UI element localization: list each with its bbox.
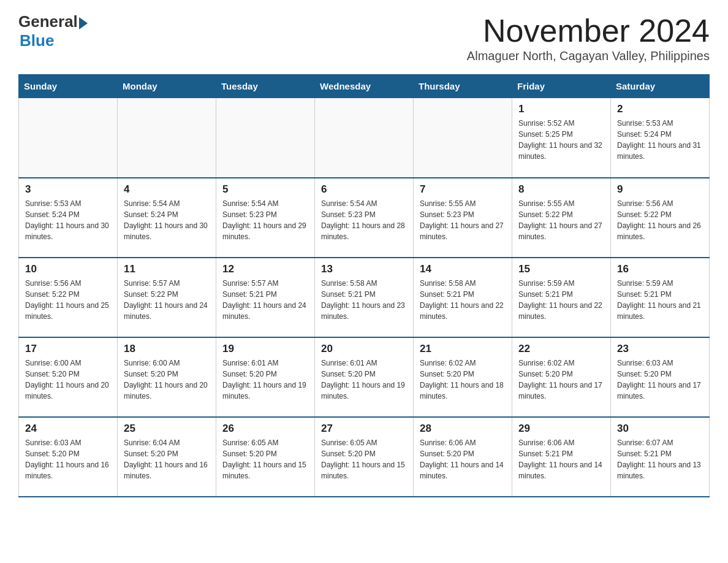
day-info: Sunrise: 6:07 AM Sunset: 5:21 PM Dayligh… — [617, 437, 703, 481]
day-info: Sunrise: 6:00 AM Sunset: 5:20 PM Dayligh… — [25, 358, 111, 402]
calendar-cell: 15Sunrise: 5:59 AM Sunset: 5:21 PM Dayli… — [512, 258, 611, 337]
calendar-cell: 27Sunrise: 6:05 AM Sunset: 5:20 PM Dayli… — [315, 417, 414, 497]
calendar-week-row: 1Sunrise: 5:52 AM Sunset: 5:25 PM Daylig… — [19, 98, 710, 178]
calendar-cell: 5Sunrise: 5:54 AM Sunset: 5:23 PM Daylig… — [216, 178, 315, 258]
calendar-cell: 29Sunrise: 6:06 AM Sunset: 5:21 PM Dayli… — [512, 417, 611, 497]
calendar-cell: 7Sunrise: 5:55 AM Sunset: 5:23 PM Daylig… — [414, 178, 512, 258]
day-number: 17 — [25, 343, 111, 355]
day-info: Sunrise: 6:02 AM Sunset: 5:20 PM Dayligh… — [518, 358, 604, 402]
day-info: Sunrise: 5:55 AM Sunset: 5:23 PM Dayligh… — [420, 198, 506, 242]
day-info: Sunrise: 6:01 AM Sunset: 5:20 PM Dayligh… — [321, 358, 407, 402]
calendar-cell: 14Sunrise: 5:58 AM Sunset: 5:21 PM Dayli… — [414, 258, 512, 337]
location-subtitle: Almaguer North, Cagayan Valley, Philippi… — [467, 49, 710, 63]
title-area: November 2024 Almaguer North, Cagayan Va… — [467, 12, 710, 71]
day-info: Sunrise: 6:04 AM Sunset: 5:20 PM Dayligh… — [124, 437, 210, 481]
calendar-week-row: 24Sunrise: 6:03 AM Sunset: 5:20 PM Dayli… — [19, 417, 710, 497]
day-number: 6 — [321, 183, 407, 196]
calendar-cell: 1Sunrise: 5:52 AM Sunset: 5:25 PM Daylig… — [512, 98, 611, 178]
calendar-cell: 3Sunrise: 5:53 AM Sunset: 5:24 PM Daylig… — [19, 178, 118, 258]
day-number: 11 — [124, 263, 210, 275]
day-number: 4 — [124, 183, 210, 196]
day-number: 12 — [222, 263, 308, 275]
logo: General Blue — [18, 12, 88, 50]
day-number: 16 — [617, 263, 703, 275]
day-number: 2 — [617, 103, 703, 115]
calendar-cell — [216, 98, 315, 178]
page-header: General Blue November 2024 Almaguer Nort… — [18, 12, 710, 71]
column-header-friday: Friday — [512, 75, 611, 98]
day-number: 18 — [124, 343, 210, 355]
day-number: 30 — [617, 423, 703, 435]
calendar-cell: 9Sunrise: 5:56 AM Sunset: 5:22 PM Daylig… — [611, 178, 710, 258]
day-info: Sunrise: 6:06 AM Sunset: 5:21 PM Dayligh… — [518, 437, 604, 481]
month-title: November 2024 — [467, 12, 710, 49]
calendar-cell: 13Sunrise: 5:58 AM Sunset: 5:21 PM Dayli… — [315, 258, 414, 337]
day-info: Sunrise: 5:59 AM Sunset: 5:21 PM Dayligh… — [518, 278, 604, 322]
calendar-cell: 26Sunrise: 6:05 AM Sunset: 5:20 PM Dayli… — [216, 417, 315, 497]
day-number: 9 — [617, 183, 703, 196]
day-info: Sunrise: 5:57 AM Sunset: 5:22 PM Dayligh… — [124, 278, 210, 322]
calendar-cell: 23Sunrise: 6:03 AM Sunset: 5:20 PM Dayli… — [611, 337, 710, 417]
calendar-cell — [414, 98, 512, 178]
calendar-cell: 22Sunrise: 6:02 AM Sunset: 5:20 PM Dayli… — [512, 337, 611, 417]
day-number: 20 — [321, 343, 407, 355]
day-number: 29 — [518, 423, 604, 435]
calendar-week-row: 17Sunrise: 6:00 AM Sunset: 5:20 PM Dayli… — [19, 337, 710, 417]
day-info: Sunrise: 5:58 AM Sunset: 5:21 PM Dayligh… — [420, 278, 506, 322]
calendar-cell: 4Sunrise: 5:54 AM Sunset: 5:24 PM Daylig… — [118, 178, 216, 258]
calendar-table: SundayMondayTuesdayWednesdayThursdayFrid… — [18, 74, 710, 497]
day-number: 21 — [420, 343, 506, 355]
day-number: 5 — [222, 183, 308, 196]
calendar-cell: 12Sunrise: 5:57 AM Sunset: 5:21 PM Dayli… — [216, 258, 315, 337]
calendar-cell: 6Sunrise: 5:54 AM Sunset: 5:23 PM Daylig… — [315, 178, 414, 258]
day-number: 27 — [321, 423, 407, 435]
day-number: 23 — [617, 343, 703, 355]
day-info: Sunrise: 5:55 AM Sunset: 5:22 PM Dayligh… — [518, 198, 604, 242]
day-number: 22 — [518, 343, 604, 355]
calendar-week-row: 3Sunrise: 5:53 AM Sunset: 5:24 PM Daylig… — [19, 178, 710, 258]
calendar-cell: 30Sunrise: 6:07 AM Sunset: 5:21 PM Dayli… — [611, 417, 710, 497]
day-info: Sunrise: 6:05 AM Sunset: 5:20 PM Dayligh… — [222, 437, 308, 481]
day-number: 25 — [124, 423, 210, 435]
calendar-header-row: SundayMondayTuesdayWednesdayThursdayFrid… — [19, 75, 710, 98]
day-info: Sunrise: 5:58 AM Sunset: 5:21 PM Dayligh… — [321, 278, 407, 322]
calendar-cell: 8Sunrise: 5:55 AM Sunset: 5:22 PM Daylig… — [512, 178, 611, 258]
calendar-cell: 24Sunrise: 6:03 AM Sunset: 5:20 PM Dayli… — [19, 417, 118, 497]
day-info: Sunrise: 5:59 AM Sunset: 5:21 PM Dayligh… — [617, 278, 703, 322]
day-info: Sunrise: 5:52 AM Sunset: 5:25 PM Dayligh… — [518, 118, 604, 162]
day-number: 14 — [420, 263, 506, 275]
calendar-cell — [19, 98, 118, 178]
calendar-cell: 18Sunrise: 6:00 AM Sunset: 5:20 PM Dayli… — [118, 337, 216, 417]
day-number: 26 — [222, 423, 308, 435]
day-info: Sunrise: 6:00 AM Sunset: 5:20 PM Dayligh… — [124, 358, 210, 402]
day-number: 15 — [518, 263, 604, 275]
day-number: 1 — [518, 103, 604, 115]
day-info: Sunrise: 6:05 AM Sunset: 5:20 PM Dayligh… — [321, 437, 407, 481]
calendar-cell — [315, 98, 414, 178]
calendar-cell — [118, 98, 216, 178]
logo-triangle-icon — [79, 17, 88, 29]
calendar-cell: 25Sunrise: 6:04 AM Sunset: 5:20 PM Dayli… — [118, 417, 216, 497]
logo-general-text: General — [18, 12, 78, 31]
column-header-tuesday: Tuesday — [216, 75, 315, 98]
day-number: 3 — [25, 183, 111, 196]
column-header-sunday: Sunday — [19, 75, 118, 98]
day-info: Sunrise: 5:57 AM Sunset: 5:21 PM Dayligh… — [222, 278, 308, 322]
day-info: Sunrise: 6:01 AM Sunset: 5:20 PM Dayligh… — [222, 358, 308, 402]
day-number: 10 — [25, 263, 111, 275]
calendar-cell: 19Sunrise: 6:01 AM Sunset: 5:20 PM Dayli… — [216, 337, 315, 417]
calendar-cell: 20Sunrise: 6:01 AM Sunset: 5:20 PM Dayli… — [315, 337, 414, 417]
column-header-monday: Monday — [118, 75, 216, 98]
column-header-thursday: Thursday — [414, 75, 512, 98]
calendar-cell: 28Sunrise: 6:06 AM Sunset: 5:20 PM Dayli… — [414, 417, 512, 497]
day-info: Sunrise: 6:06 AM Sunset: 5:20 PM Dayligh… — [420, 437, 506, 481]
calendar-cell: 11Sunrise: 5:57 AM Sunset: 5:22 PM Dayli… — [118, 258, 216, 337]
day-info: Sunrise: 5:56 AM Sunset: 5:22 PM Dayligh… — [25, 278, 111, 322]
calendar-cell: 2Sunrise: 5:53 AM Sunset: 5:24 PM Daylig… — [611, 98, 710, 178]
day-info: Sunrise: 5:53 AM Sunset: 5:24 PM Dayligh… — [25, 198, 111, 242]
day-number: 24 — [25, 423, 111, 435]
day-info: Sunrise: 5:53 AM Sunset: 5:24 PM Dayligh… — [617, 118, 703, 162]
day-info: Sunrise: 5:54 AM Sunset: 5:23 PM Dayligh… — [321, 198, 407, 242]
day-info: Sunrise: 6:03 AM Sunset: 5:20 PM Dayligh… — [25, 437, 111, 481]
day-info: Sunrise: 6:03 AM Sunset: 5:20 PM Dayligh… — [617, 358, 703, 402]
